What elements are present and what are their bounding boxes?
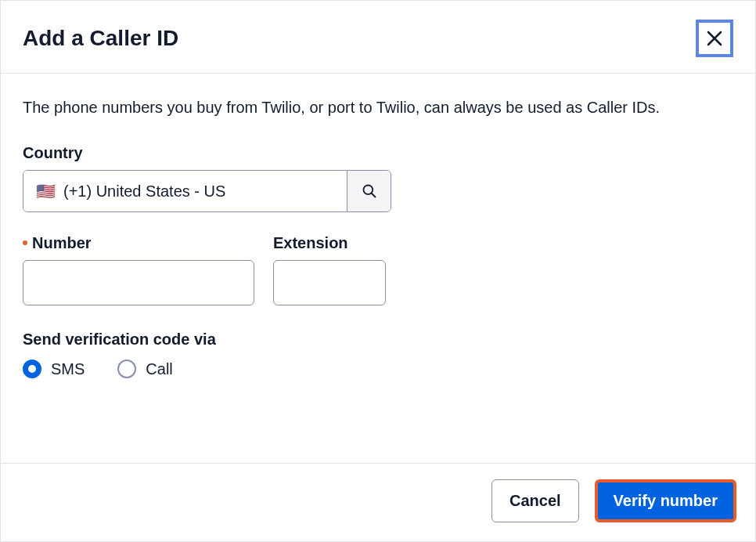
extension-field-group: Extension (273, 234, 386, 305)
cancel-button[interactable]: Cancel (491, 479, 579, 522)
flag-icon: 🇺🇸 (36, 182, 56, 201)
extension-input[interactable] (273, 260, 386, 305)
modal-title: Add a Caller ID (23, 26, 178, 51)
modal-body: The phone numbers you buy from Twilio, o… (1, 74, 755, 463)
verify-number-button[interactable]: Verify number (595, 479, 736, 522)
radio-sms-label: SMS (51, 360, 85, 378)
number-field-group: Number (23, 234, 254, 305)
verification-radio-group: SMS Call (23, 360, 733, 378)
search-icon (362, 183, 377, 199)
verification-label: Send verification code via (23, 331, 733, 349)
number-extension-row: Number Extension (23, 234, 733, 305)
extension-label: Extension (273, 234, 386, 252)
country-selected-value: 🇺🇸 (+1) United States - US (23, 171, 347, 211)
country-select[interactable]: 🇺🇸 (+1) United States - US (23, 170, 391, 212)
modal-description: The phone numbers you buy from Twilio, o… (23, 96, 733, 119)
country-label: Country (23, 144, 733, 162)
country-text: (+1) United States - US (63, 182, 225, 201)
close-icon (705, 29, 724, 48)
modal-footer: Cancel Verify number (1, 463, 755, 541)
country-field-group: Country 🇺🇸 (+1) United States - US (23, 144, 733, 212)
add-caller-id-modal: Add a Caller ID The phone numbers you bu… (0, 0, 756, 542)
radio-call-circle (117, 360, 136, 378)
number-label: Number (23, 234, 254, 252)
modal-header: Add a Caller ID (1, 1, 755, 74)
country-search-button[interactable] (347, 171, 391, 211)
radio-option-call[interactable]: Call (117, 360, 172, 378)
verification-field-group: Send verification code via SMS Call (23, 331, 733, 378)
number-input[interactable] (23, 260, 254, 305)
svg-line-3 (371, 193, 375, 197)
radio-option-sms[interactable]: SMS (23, 360, 85, 378)
number-label-text: Number (32, 234, 92, 251)
radio-call-label: Call (146, 360, 172, 378)
required-indicator (23, 240, 27, 245)
close-button[interactable] (696, 20, 733, 57)
radio-sms-circle (23, 360, 41, 378)
